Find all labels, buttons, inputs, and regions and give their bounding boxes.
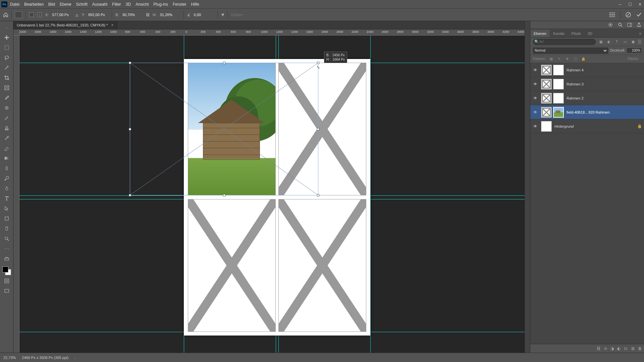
visibility-toggle[interactable]: 👁 (532, 68, 538, 72)
link-layers-icon[interactable]: ⛓ (597, 346, 601, 351)
transform-box[interactable] (130, 63, 318, 195)
layer-thumb[interactable] (541, 65, 552, 75)
layer-name[interactable]: Hintergrund (554, 124, 635, 128)
ruler-horizontal[interactable]: 2200200018001600140012001000800600400200… (19, 29, 530, 36)
tab-layers[interactable]: Ebenen (530, 30, 550, 37)
filter-shape-icon[interactable]: ▭ (622, 39, 628, 45)
layer-row[interactable]: 👁 Rahmen 3 (530, 77, 644, 91)
document-tab[interactable]: Unbenannt-1 bei 22,7% (field-406181_1920… (13, 21, 117, 29)
refgrid-icon[interactable] (37, 12, 42, 17)
handle-tl[interactable] (129, 62, 131, 64)
tab-3d[interactable]: 3D (584, 30, 596, 37)
blur-tool[interactable] (2, 164, 11, 173)
layer-row[interactable]: 👁 Hintergrund 🔒 (530, 119, 644, 133)
layer-filter-input[interactable] (533, 39, 596, 45)
visibility-toggle[interactable]: 👁 (532, 82, 538, 86)
handle-br[interactable] (317, 194, 319, 196)
lock-artboard-icon[interactable]: ▢ (573, 56, 578, 62)
quickmask-toggle[interactable] (2, 277, 11, 285)
handle-bl[interactable] (129, 194, 131, 196)
menu-3d[interactable]: 3D (126, 2, 131, 7)
lasso-tool[interactable] (2, 53, 11, 62)
lock-brush-icon[interactable]: ✎ (556, 56, 562, 62)
viewport[interactable]: ⤡ B : 2456 Px H : 1664 Px (19, 36, 530, 353)
share-icon[interactable] (637, 22, 641, 27)
handle-tm[interactable] (223, 62, 225, 64)
cancel-transform-button[interactable] (625, 12, 631, 18)
w-value[interactable]: 30,70% (122, 13, 143, 17)
heal-tool[interactable] (2, 104, 11, 112)
shape-tool[interactable] (2, 214, 11, 223)
close-button[interactable]: ✕ (637, 2, 643, 7)
handle-bm[interactable] (223, 194, 225, 196)
zoom-tool[interactable] (2, 234, 11, 243)
lock-icon[interactable]: 🔒 (637, 124, 642, 128)
lock-position-icon[interactable]: ✥ (565, 56, 570, 62)
link-icon[interactable]: ⛓ (146, 13, 150, 17)
minimize-button[interactable]: ─ (617, 2, 623, 7)
lock-pixels-icon[interactable]: ▦ (548, 56, 554, 62)
adjustment-icon[interactable]: ◐ (617, 346, 621, 351)
panel-menu-icon[interactable]: ≡ (637, 30, 644, 37)
y-value[interactable]: 892,00 Px (88, 13, 108, 17)
tab-paths[interactable]: Pfade (568, 30, 584, 37)
group-icon[interactable]: 🗀 (624, 346, 628, 351)
reference-point-toggle[interactable] (29, 12, 34, 17)
visibility-toggle[interactable]: 👁 (532, 96, 538, 101)
move-tool[interactable] (2, 33, 11, 42)
toolbar-grip[interactable]: › (2, 23, 11, 32)
commit-transform-button[interactable] (636, 12, 642, 18)
color-swatches[interactable] (2, 266, 11, 275)
guide[interactable] (370, 36, 371, 353)
menu-edit[interactable]: Bearbeiten (24, 2, 44, 7)
menu-plugins[interactable]: Plug-ins (154, 2, 168, 7)
layer-thumb[interactable] (541, 79, 552, 89)
layer-thumb[interactable] (541, 107, 552, 118)
opacity-value[interactable]: 100% (627, 48, 641, 53)
eyedropper-tool[interactable] (2, 94, 11, 102)
layer-content-thumb[interactable] (553, 107, 564, 118)
handle-mr[interactable] (317, 128, 319, 130)
search-app-icon[interactable] (618, 22, 623, 27)
layer-thumb[interactable] (541, 121, 552, 132)
mask-icon[interactable]: ◑ (610, 346, 614, 351)
close-tab-icon[interactable]: × (111, 23, 114, 27)
layer-row[interactable]: 👁 Rahmen 4 (530, 63, 644, 77)
h-value[interactable]: 31,20% (160, 13, 180, 17)
home-icon[interactable] (2, 10, 11, 19)
layer-row-selected[interactable]: 👁 field-40618…920 Rahmen (530, 105, 644, 119)
ruler-vertical[interactable] (13, 36, 19, 353)
maximize-button[interactable]: ☐ (627, 2, 633, 7)
handle-ml[interactable] (129, 128, 131, 130)
tab-channels[interactable]: Kanäle (550, 30, 568, 37)
menu-window[interactable]: Fenster (173, 2, 186, 7)
layer-mask-thumb[interactable] (553, 65, 564, 75)
lock-all-icon[interactable]: 🔒 (581, 56, 586, 62)
type-tool[interactable] (2, 194, 11, 203)
doc-info[interactable]: 2480 Px x 3508 Px (300 ppi) (22, 356, 68, 360)
blend-mode-select[interactable]: Normal (533, 48, 608, 54)
pen-tool[interactable] (2, 184, 11, 193)
layer-mask-thumb[interactable] (553, 93, 564, 104)
stamp-tool[interactable] (2, 124, 11, 132)
eraser-tool[interactable] (2, 144, 11, 153)
filter-smart-icon[interactable]: ▣ (630, 39, 636, 45)
frame-tool[interactable] (2, 83, 11, 92)
layer-thumb[interactable] (541, 93, 552, 104)
warp-icon[interactable] (609, 12, 615, 17)
layer-name[interactable]: Rahmen 3 (567, 82, 642, 86)
layer-name[interactable]: Rahmen 2 (567, 96, 642, 100)
cloud-icon[interactable] (608, 22, 613, 27)
x-value[interactable]: 577,00 Px (52, 13, 72, 17)
frame-4[interactable] (278, 199, 366, 332)
gradient-tool[interactable] (2, 154, 11, 163)
hand-tool[interactable] (2, 224, 11, 233)
dodge-tool[interactable] (2, 174, 11, 183)
edit-toolbar[interactable] (2, 254, 11, 263)
layer-mask-thumb[interactable] (553, 79, 564, 89)
menu-filter[interactable]: Filter (112, 2, 121, 7)
layer-name[interactable]: Rahmen 4 (567, 68, 642, 72)
menu-layer[interactable]: Ebene (60, 2, 71, 7)
filter-pixel-icon[interactable]: ▦ (598, 39, 604, 45)
layer-name[interactable]: field-40618…920 Rahmen (567, 110, 642, 114)
